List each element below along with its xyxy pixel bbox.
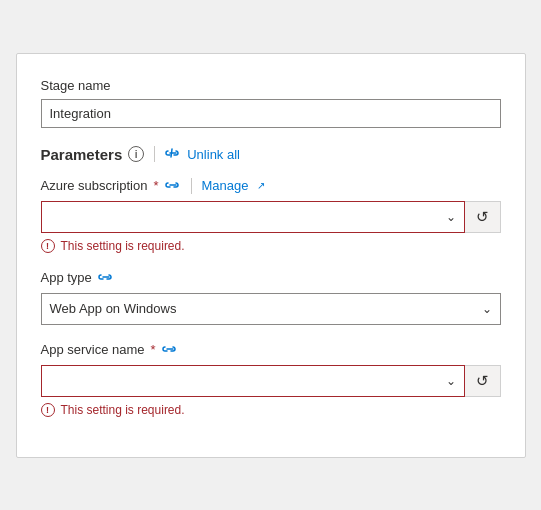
svg-line-0 xyxy=(171,149,172,157)
azure-subscription-dropdown[interactable]: ⌄ xyxy=(41,201,465,233)
manage-external-icon: ↗ xyxy=(257,180,265,191)
app-type-dropdown[interactable]: Web App on Windows ⌄ xyxy=(41,293,501,325)
app-service-reload-icon: ↺ xyxy=(476,372,489,390)
stage-name-label: Stage name xyxy=(41,78,501,93)
unlink-all-button[interactable]: Unlink all xyxy=(187,147,240,162)
app-service-name-input-group: ⌄ ↺ xyxy=(41,365,501,397)
app-service-name-required: * xyxy=(151,342,156,357)
app-service-name-error-text: This setting is required. xyxy=(61,403,185,417)
info-icon[interactable]: i xyxy=(128,146,144,162)
app-service-name-link-icon xyxy=(162,341,178,359)
app-service-name-refresh-button[interactable]: ↺ xyxy=(465,365,501,397)
manage-label: Manage xyxy=(202,178,249,193)
reload-icon: ↺ xyxy=(476,208,489,226)
app-service-name-section: App service name * ⌄ ↺ ! This setting is… xyxy=(41,341,501,417)
app-type-link-icon xyxy=(98,269,114,287)
app-type-input-group: Web App on Windows ⌄ xyxy=(41,293,501,325)
azure-subscription-label: Azure subscription xyxy=(41,178,148,193)
error-icon: ! xyxy=(41,239,55,253)
azure-subscription-label-row: Azure subscription * Manage ↗ xyxy=(41,177,501,195)
dropdown-chevron-icon: ⌄ xyxy=(446,210,456,224)
unlink-all-chain-icon xyxy=(165,147,181,162)
app-type-label: App type xyxy=(41,270,92,285)
manage-link[interactable]: Manage xyxy=(202,178,249,193)
divider xyxy=(154,146,155,162)
azure-subscription-refresh-button[interactable]: ↺ xyxy=(465,201,501,233)
azure-subscription-input-group: ⌄ ↺ xyxy=(41,201,501,233)
divider2 xyxy=(191,178,192,194)
app-type-chevron-icon: ⌄ xyxy=(482,302,492,316)
unlink-all-label: Unlink all xyxy=(187,147,240,162)
app-service-name-error: ! This setting is required. xyxy=(41,403,501,417)
azure-subscription-section: Azure subscription * Manage ↗ ⌄ ↺ ! xyxy=(41,177,501,253)
app-service-name-dropdown[interactable]: ⌄ xyxy=(41,365,465,397)
stage-name-section: Stage name xyxy=(41,78,501,128)
azure-subscription-error: ! This setting is required. xyxy=(41,239,501,253)
stage-name-input[interactable] xyxy=(41,99,501,128)
app-type-section: App type Web App on Windows ⌄ xyxy=(41,269,501,325)
app-service-error-icon: ! xyxy=(41,403,55,417)
azure-subscription-error-text: This setting is required. xyxy=(61,239,185,253)
parameters-header: Parameters i Unlink all xyxy=(41,146,501,163)
app-type-label-row: App type xyxy=(41,269,501,287)
azure-subscription-link-icon xyxy=(165,177,181,195)
parameters-title: Parameters xyxy=(41,146,123,163)
app-service-name-label: App service name xyxy=(41,342,145,357)
app-type-value: Web App on Windows xyxy=(50,301,177,316)
azure-subscription-required: * xyxy=(153,178,158,193)
form-card: Stage name Parameters i Unlink all Azure… xyxy=(16,53,526,458)
app-service-name-chevron-icon: ⌄ xyxy=(446,374,456,388)
app-service-name-label-row: App service name * xyxy=(41,341,501,359)
